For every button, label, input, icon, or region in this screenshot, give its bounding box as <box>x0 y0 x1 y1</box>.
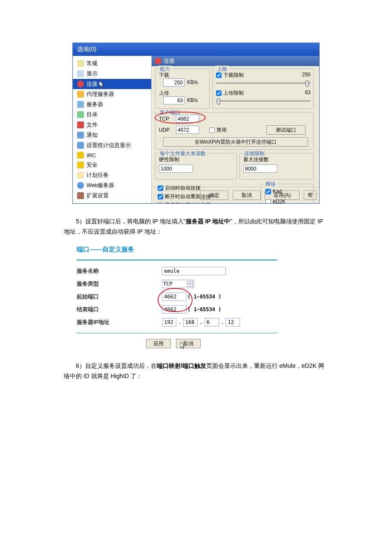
sidebar-item-9[interactable]: IRC <box>73 150 151 160</box>
sidebar-item-1[interactable]: 显示 <box>73 69 151 79</box>
sidebar-item-0[interactable]: 常规 <box>73 58 151 69</box>
disable-udp-check[interactable]: 禁用 <box>209 127 227 134</box>
sidebar-item-label: 安全 <box>86 161 98 169</box>
ip-octet-2[interactable] <box>183 318 198 327</box>
sidebar-item-label: 代理服务器 <box>86 90 114 98</box>
sidebar-item-4[interactable]: 服务器 <box>73 99 151 110</box>
download-label: 下载 <box>159 72 169 79</box>
ed2k-check[interactable]: eD2K <box>265 199 285 204</box>
service-type-label: 服务类型 <box>77 280 162 288</box>
ip-octet-3[interactable] <box>205 318 219 327</box>
row-start-port: 起始端口 ( 1~65534 ) <box>77 290 277 303</box>
sidebar-item-7[interactable]: 通知 <box>73 130 151 140</box>
sidebar-item-12[interactable]: Web服务器 <box>73 180 151 191</box>
upload-limit-checkbox[interactable] <box>216 90 222 96</box>
upload-limit-check[interactable]: 上传限制 <box>216 90 244 97</box>
ic-notif-icon <box>77 132 84 139</box>
sidebar-item-label: 通知 <box>86 131 98 139</box>
ic-sched-icon <box>77 172 84 179</box>
end-port-input[interactable] <box>162 305 187 314</box>
ip-octet-1[interactable] <box>162 318 176 327</box>
download-limit-slider[interactable] <box>216 79 311 87</box>
sidebar-item-2[interactable]: 连接 <box>73 79 151 89</box>
disable-udp-checkbox[interactable] <box>209 127 215 133</box>
section-title-text: 连接 <box>164 57 175 65</box>
sidebar-item-5[interactable]: 目录 <box>73 110 151 120</box>
upload-capacity-input[interactable] <box>163 96 184 104</box>
overhead-checkbox[interactable] <box>158 202 163 204</box>
ic-dir-icon <box>77 111 84 118</box>
start-port-input[interactable] <box>162 292 187 301</box>
tcp-label: TCP <box>159 116 169 122</box>
ed2k-checkbox[interactable] <box>265 199 271 204</box>
udp-port-input[interactable] <box>176 126 199 134</box>
end-port-range: ( 1~65534 ) <box>187 306 221 312</box>
upload-limit-value: 63 <box>305 90 311 95</box>
autoconnect-check[interactable]: 启动时自动连接 <box>158 185 201 192</box>
sidebar-item-8[interactable]: 设置统计信息显示 <box>73 140 151 150</box>
autoconnect-checkbox[interactable] <box>158 185 163 191</box>
sidebar-item-11[interactable]: 计划任务 <box>73 170 151 180</box>
sidebar-item-3[interactable]: 代理服务器 <box>73 89 151 99</box>
maxconn-input[interactable] <box>243 165 277 173</box>
ic-irc-icon <box>77 152 84 159</box>
service-type-select[interactable]: TCP ▾ <box>162 280 194 288</box>
sidebar-item-10[interactable]: 安全 <box>73 160 151 170</box>
sidebar-item-13[interactable]: 扩展设置 <box>73 191 151 201</box>
reconnect-check[interactable]: 断开时自动重新连接 <box>158 193 211 200</box>
tcp-port-input[interactable] <box>176 115 199 123</box>
hard-limit-input[interactable] <box>159 165 193 173</box>
sidebar-item-label: 连接 <box>86 80 98 88</box>
udp-label: UDP <box>159 127 170 133</box>
test-ports-button[interactable]: 测试端口 <box>266 125 306 135</box>
sidebar-item-label: IRC <box>86 152 96 159</box>
reconnect-checkbox[interactable] <box>158 194 163 199</box>
ic-proxy-icon <box>77 91 84 98</box>
firewall-open-button[interactable]: 在WinXP内置防火墙中打开这些端口 <box>163 137 308 147</box>
router-divider-top <box>77 260 277 260</box>
service-name-label: 服务名称 <box>77 267 162 275</box>
download-limit-check[interactable]: 下载限制 <box>216 72 244 79</box>
sidebar-item-label: 设置统计信息显示 <box>86 142 131 149</box>
router-heading: 端口——自定义服务 <box>77 246 277 254</box>
ip-octet-4[interactable] <box>225 318 240 327</box>
router-form: 端口——自定义服务 服务名称 服务类型 TCP ▾ 起始端口 ( 1~65534… <box>77 246 277 349</box>
ic-disp-icon <box>77 70 84 77</box>
row-server-ip: 服务器IP地址 . . . <box>77 316 277 329</box>
router-apply-button[interactable]: 应用 <box>146 339 171 348</box>
router-button-row: 应用 取消 <box>77 338 277 349</box>
download-limit-checkbox[interactable] <box>216 72 222 78</box>
sidebar-item-label: 文件 <box>86 121 98 129</box>
upload-limit-slider[interactable] <box>216 97 311 105</box>
main-panel: 连接 能力 下载 KB/s 上传 KB/s <box>152 56 319 203</box>
overhead-check[interactable]: 显示额外开销的带宽 <box>158 202 211 204</box>
upload-label: 上传 <box>159 90 169 97</box>
sidebar: 常规显示连接代理服务器服务器目录文件通知设置统计信息显示IRC安全计划任务Web… <box>73 56 152 203</box>
sidebar-item-6[interactable]: 文件 <box>73 120 151 130</box>
section-header: 连接 <box>152 56 319 66</box>
ic-web-icon <box>77 182 84 189</box>
end-port-label: 结束端口 <box>77 306 162 313</box>
limits-group: 上限 下载限制 250 上传限制 <box>212 69 314 109</box>
ic-srv-icon <box>77 101 84 108</box>
kad-check[interactable]: Kad <box>265 188 282 194</box>
row-end-port: 结束端口 ( 1~65534 ) <box>77 303 277 316</box>
window-title: 选项(0) <box>77 46 96 53</box>
networks-group: 网络 Kad eD2K <box>261 184 314 204</box>
paragraph-5: 5）设置好端口后，将电脑的 IP 地址填入"服务器 IP 地址中"，所以由此可知… <box>64 217 328 237</box>
paragraph-6: 6）自定义服务设置成功后，在端口映射/端口触发页面会显示出来，重新运行 eMul… <box>64 361 328 382</box>
download-limit-value: 250 <box>302 72 311 78</box>
service-name-input[interactable] <box>162 267 226 275</box>
download-capacity-input[interactable] <box>163 78 184 87</box>
sidebar-item-label: 显示 <box>86 70 98 78</box>
router-cancel-button[interactable]: 取消 <box>176 339 201 348</box>
cancel-button[interactable]: 取消 <box>233 191 261 200</box>
ic-sec-icon <box>77 162 84 168</box>
titlebar[interactable]: 选项(0) <box>73 43 319 56</box>
ic-conn-icon <box>77 81 84 87</box>
hard-limit-label: 硬性限制 <box>159 156 179 163</box>
ic-file-icon <box>77 121 84 128</box>
sources-group: 每个文件最大来源数 硬性限制 <box>155 153 237 179</box>
kad-checkbox[interactable] <box>265 189 271 194</box>
sidebar-item-label: 常规 <box>86 60 98 67</box>
